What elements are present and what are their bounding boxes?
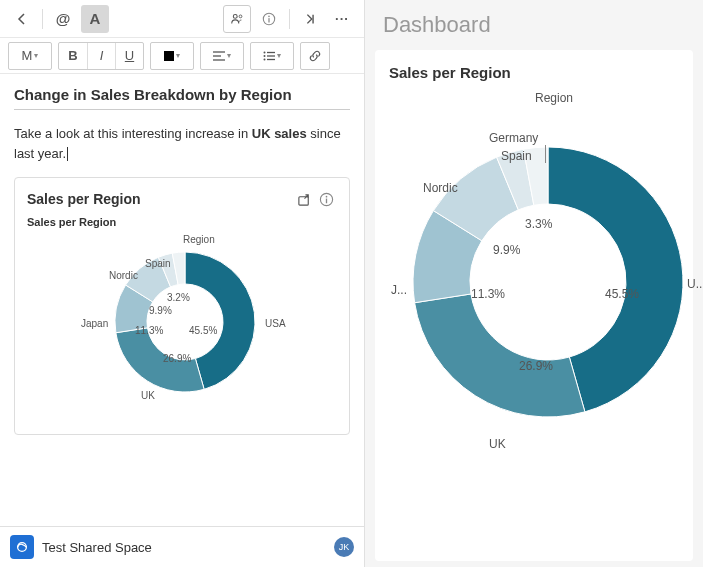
pct-99-big: 9.9% [493,243,520,257]
color-swatch-icon [164,51,174,61]
text-color-dropdown[interactable]: ▾ [151,43,193,69]
label-japan: Japan [81,318,108,329]
bold-button[interactable]: B [59,43,87,69]
separator [42,9,43,29]
dashboard-pane: Dashboard Sales per Region Region U... U… [365,0,703,567]
dashboard-card-title: Sales per Region [389,64,679,81]
link-button[interactable] [301,43,329,69]
svg-point-13 [264,58,266,60]
top-toolbar: @ A ··· [0,0,364,38]
chart-subtitle: Sales per Region [27,216,337,228]
pct-32: 3.2% [167,292,190,303]
label-germany-big: Germany [489,131,538,145]
svg-point-11 [264,55,266,57]
legend-title: Region [535,91,573,105]
list-dropdown[interactable]: ▾ [251,43,293,69]
pct-113-big: 11.3% [471,287,505,301]
pct-269-big: 26.9% [519,359,553,373]
leader-line [545,145,546,163]
share-people-button[interactable] [223,5,251,33]
svg-rect-18 [325,198,326,203]
svg-point-17 [325,195,327,197]
svg-point-9 [264,51,266,53]
svg-point-0 [233,14,237,18]
label-nordic-big: Nordic [423,181,458,195]
label-usa: USA [265,318,286,329]
dashboard-chart: Region U... UK J... Nordic Spain Germany… [389,87,679,507]
label-uk: UK [141,390,155,401]
dashboard-card: Sales per Region Region U... UK J... Nor… [375,50,693,561]
para-bold: UK sales [252,126,307,141]
label-japan-big: J... [391,283,407,297]
space-name[interactable]: Test Shared Space [42,540,326,555]
text-cursor [67,147,68,161]
pct-455-big: 45.5% [605,287,639,301]
format-toolbar: M▾ B I U ▾ ▾ ▾ [0,38,364,74]
label-usa-big: U... [687,277,703,291]
svg-rect-15 [298,196,307,204]
more-button[interactable]: ··· [328,5,356,33]
pct-269: 26.9% [163,353,191,364]
export-icon[interactable] [293,188,315,210]
space-icon[interactable] [10,535,34,559]
embedded-chart: Region USA UK Japan Nordic Spain 45.5% 2… [27,230,337,430]
separator [289,9,290,29]
label-uk-big: UK [489,437,506,451]
paragraph-style-dropdown[interactable]: M▾ [9,43,51,69]
underline-button[interactable]: U [115,43,143,69]
svg-rect-4 [268,18,269,22]
info-button[interactable] [255,5,283,33]
user-avatar[interactable]: JK [334,537,354,557]
heading-text[interactable]: Change in Sales Breakdown by Region [14,86,350,110]
footer-bar: Test Shared Space JK [0,526,364,567]
back-button[interactable] [8,5,36,33]
svg-point-1 [239,14,242,17]
chart-card-title: Sales per Region [27,191,293,207]
label-spain: Spain [145,258,171,269]
text-style-button[interactable]: A [81,5,109,33]
dashboard-title: Dashboard [365,0,703,44]
legend-title: Region [183,234,215,245]
editor-pane: @ A ··· M▾ B I U ▾ ▾ ▾ Change in Sales B [0,0,365,567]
italic-button[interactable]: I [87,43,115,69]
para-pre: Take a look at this interesting increase… [14,126,252,141]
pct-99: 9.9% [149,305,172,316]
paragraph-text[interactable]: Take a look at this interesting increase… [14,124,350,163]
pct-33-big: 3.3% [525,217,552,231]
chart-info-icon[interactable] [315,188,337,210]
svg-point-3 [268,15,270,17]
label-nordic: Nordic [109,270,138,281]
pct-455: 45.5% [189,325,217,336]
collapse-button[interactable] [296,5,324,33]
pct-113: 11.3% [135,325,163,336]
editor-body[interactable]: Change in Sales Breakdown by Region Take… [0,74,364,526]
mention-button[interactable]: @ [49,5,77,33]
label-spain-big: Spain [501,149,532,163]
align-dropdown[interactable]: ▾ [201,43,243,69]
embedded-chart-card: Sales per Region Sales per Region Region… [14,177,350,435]
